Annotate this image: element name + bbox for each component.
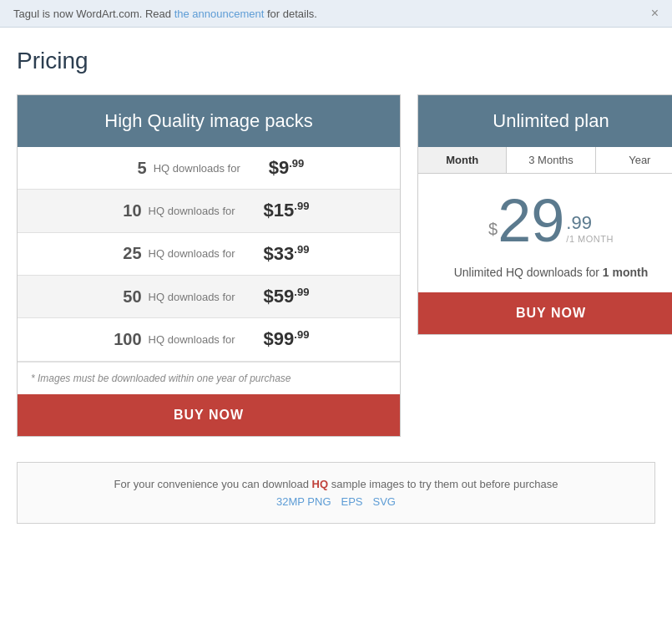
hq-count: 10 bbox=[109, 201, 142, 221]
bottom-banner: For your convenience you can download HQ… bbox=[17, 462, 655, 524]
hq-count: 25 bbox=[109, 244, 142, 263]
hq-label: HQ downloads for bbox=[149, 333, 257, 346]
link-eps[interactable]: EPS bbox=[341, 495, 363, 508]
hq-row: 10 HQ downloads for $15.99 bbox=[18, 190, 400, 232]
page-content: Pricing High Quality image packs 5 HQ do… bbox=[0, 28, 672, 544]
unlimited-card: Unlimited plan Month 3 Months Year $ 29 … bbox=[417, 94, 672, 335]
announcement-bar: Tagul is now WordArt.com. Read the annou… bbox=[0, 0, 672, 28]
bottom-banner-text: For your convenience you can download HQ… bbox=[34, 478, 638, 490]
unlimited-buy-now-button[interactable]: BUY NOW bbox=[418, 292, 672, 334]
hq-row: 50 HQ downloads for $59.99 bbox=[18, 276, 400, 318]
unlimited-description: Unlimited HQ downloads for 1 month bbox=[418, 259, 672, 292]
hq-price: $59.99 bbox=[264, 286, 310, 307]
link-svg[interactable]: SVG bbox=[373, 495, 396, 508]
hq-label: HQ downloads for bbox=[149, 291, 257, 303]
hq-price: $99.99 bbox=[264, 328, 310, 350]
bottom-links: 32MP PNG EPS SVG bbox=[34, 495, 638, 508]
hq-row: 25 HQ downloads for $33.99 bbox=[18, 233, 400, 276]
hq-label: HQ downloads for bbox=[149, 205, 257, 217]
hq-row: 5 HQ downloads for $9.99 bbox=[18, 147, 400, 190]
hq-count: 5 bbox=[114, 159, 147, 178]
price-display: $ 29 .99 /1 MONTH bbox=[432, 190, 670, 251]
hq-card-header: High Quality image packs bbox=[18, 95, 400, 147]
dollar-sign: $ bbox=[488, 220, 498, 239]
hq-row: 100 HQ downloads for $99.99 bbox=[18, 318, 400, 361]
price-cents: .99 bbox=[566, 212, 592, 234]
announcement-link[interactable]: the announcement bbox=[174, 8, 265, 20]
hq-price: $15.99 bbox=[264, 200, 310, 221]
hq-card: High Quality image packs 5 HQ downloads … bbox=[17, 94, 401, 437]
main-price: 29 bbox=[498, 190, 564, 251]
tab-3months[interactable]: 3 Months bbox=[507, 147, 595, 173]
hq-price: $9.99 bbox=[269, 157, 305, 179]
hq-count: 100 bbox=[109, 330, 142, 349]
tab-year[interactable]: Year bbox=[596, 147, 672, 173]
hq-count: 50 bbox=[109, 287, 142, 307]
close-button[interactable]: × bbox=[651, 7, 659, 20]
hq-label: HQ downloads for bbox=[154, 162, 262, 175]
unlimited-tabs: Month 3 Months Year bbox=[418, 147, 672, 174]
per-month-label: /1 MONTH bbox=[566, 234, 614, 244]
hq-buy-now-button[interactable]: BUY NOW bbox=[18, 394, 400, 436]
hq-price: $33.99 bbox=[264, 243, 310, 265]
pricing-grid: High Quality image packs 5 HQ downloads … bbox=[17, 94, 655, 437]
tab-month[interactable]: Month bbox=[418, 147, 507, 173]
price-right: .99 /1 MONTH bbox=[566, 212, 614, 244]
page-title: Pricing bbox=[17, 48, 655, 74]
hq-highlight: HQ bbox=[312, 478, 329, 490]
hq-note: * Images must be downloaded within one y… bbox=[18, 362, 400, 394]
link-32mp-png[interactable]: 32MP PNG bbox=[276, 495, 331, 508]
hq-label: HQ downloads for bbox=[149, 247, 257, 260]
announcement-text: Tagul is now WordArt.com. Read the annou… bbox=[13, 8, 317, 20]
unlimited-price-area: $ 29 .99 /1 MONTH bbox=[418, 174, 672, 259]
unlimited-card-header: Unlimited plan bbox=[418, 95, 672, 147]
